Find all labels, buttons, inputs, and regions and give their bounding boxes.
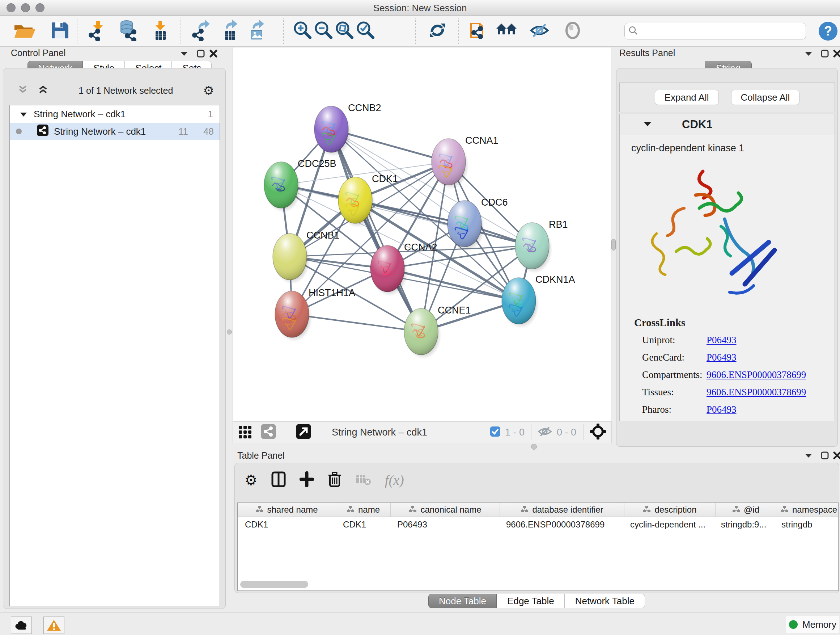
delete-column-trash-icon[interactable] xyxy=(328,471,341,489)
table-cell: cyclin-dependent ... xyxy=(623,519,714,530)
memory-button[interactable]: Memory xyxy=(786,616,839,633)
network-collection-row[interactable]: String Network – cdk1 1 xyxy=(10,105,219,123)
results-panel-menu-icon[interactable] xyxy=(805,51,813,58)
first-neighbors-button[interactable] xyxy=(496,20,519,42)
zoom-fit-button[interactable] xyxy=(333,20,356,42)
import-table-button[interactable] xyxy=(149,20,172,42)
detach-view-icon[interactable] xyxy=(295,424,311,441)
results-panel-float-icon[interactable] xyxy=(821,49,829,59)
search-box xyxy=(624,23,806,40)
function-builder-icon: f(x) xyxy=(385,472,404,488)
column-header-database-identifier[interactable]: database identifier xyxy=(500,503,624,516)
table-cell: stringdb:9... xyxy=(714,519,774,530)
cloud-button[interactable] xyxy=(11,616,32,634)
left-splitter-handle[interactable] xyxy=(227,329,232,334)
column-type-icon xyxy=(732,505,740,515)
selection-dot-icon xyxy=(16,126,22,137)
export-table-button[interactable] xyxy=(218,20,241,42)
column-type-icon xyxy=(256,505,264,515)
table-horizontal-scrollbar[interactable] xyxy=(240,581,308,588)
expand-all-networks-icon[interactable] xyxy=(38,85,49,96)
network-options-gear-icon[interactable]: ⚙ xyxy=(203,83,214,98)
node-RB1[interactable]: RB1 xyxy=(515,219,568,273)
collapse-all-networks-icon[interactable] xyxy=(17,85,28,96)
collapse-all-button[interactable]: Collapse All xyxy=(731,90,800,105)
node-CCNB2[interactable]: CCNB2 xyxy=(314,103,381,157)
crosslinks-title: CrossLinks xyxy=(634,317,835,329)
new-network-from-selection-button[interactable] xyxy=(467,20,490,42)
column-header-description[interactable]: description xyxy=(624,503,715,516)
tab-network-table[interactable]: Network Table xyxy=(565,594,645,608)
selected-checkbox-icon[interactable] xyxy=(490,426,501,439)
control-panel-menu-icon[interactable] xyxy=(180,51,188,58)
column-header-id[interactable]: @id xyxy=(715,503,776,516)
zoom-selected-button[interactable] xyxy=(355,20,377,42)
zoom-out-button[interactable] xyxy=(313,20,335,42)
node-CCNA1[interactable]: CCNA1 xyxy=(431,135,499,189)
zoom-in-button[interactable] xyxy=(292,20,314,42)
control-panel-close-icon[interactable] xyxy=(209,49,218,59)
warning-button[interactable] xyxy=(43,616,65,634)
bottom-splitter-handle[interactable] xyxy=(531,444,537,450)
node-CCNA2[interactable]: CCNA2 xyxy=(370,242,437,296)
table-cell: 9606.ENSP00000378699 xyxy=(499,519,623,530)
import-network-file-button[interactable] xyxy=(87,20,109,42)
network-view-icon[interactable] xyxy=(261,424,276,441)
table-settings-gear-icon[interactable]: ⚙ xyxy=(245,472,257,488)
crosslink-link[interactable]: 9606.ENSP00000378699 xyxy=(706,386,806,398)
tab-node-table[interactable]: Node Table xyxy=(428,594,497,608)
refresh-view-button[interactable] xyxy=(426,20,448,42)
table-panel-float-icon[interactable] xyxy=(821,451,829,461)
expand-all-button[interactable]: Expand All xyxy=(655,90,719,105)
network-graph[interactable]: CCNB2CCNA1CDC25BCDK1CDC6RB1CCNB1CCNA2CDK… xyxy=(233,48,611,422)
save-session-button[interactable] xyxy=(49,20,71,42)
node-CDC6[interactable]: CDC6 xyxy=(447,197,508,251)
export-network-button[interactable] xyxy=(191,20,213,42)
hidden-eye-icon[interactable] xyxy=(537,425,553,439)
export-image-button[interactable] xyxy=(245,20,268,42)
section-expander-icon[interactable] xyxy=(644,121,652,128)
control-panel-float-icon[interactable] xyxy=(196,49,205,59)
tree-expander-icon[interactable] xyxy=(20,109,27,120)
column-label: canonical name xyxy=(420,505,481,515)
grid-view-icon[interactable] xyxy=(238,424,253,440)
node-table[interactable]: shared namenamecanonical namedatabase id… xyxy=(237,502,838,591)
node-CDC25B[interactable]: CDC25B xyxy=(264,158,336,212)
search-input[interactable] xyxy=(641,26,806,36)
delete-table-icon xyxy=(355,473,371,487)
birdseye-icon[interactable] xyxy=(590,423,606,441)
edge-CCNB2-CCNE1[interactable] xyxy=(332,129,421,332)
search-icon xyxy=(628,26,638,36)
open-file-button[interactable] xyxy=(13,20,35,42)
hide-selection-button[interactable] xyxy=(528,20,551,42)
show-all-button[interactable] xyxy=(561,20,584,42)
node-HIST1H1A[interactable]: HIST1H1A xyxy=(275,287,355,342)
column-header-shared-name[interactable]: shared name xyxy=(238,503,336,516)
table-row[interactable]: CDK1CDK1P064939606.ENSP00000378699cyclin… xyxy=(238,517,838,532)
node-CCNB1[interactable]: CCNB1 xyxy=(273,230,340,284)
table-panel-menu-icon[interactable] xyxy=(805,453,813,460)
results-panel-close-icon[interactable] xyxy=(833,49,840,59)
help-button[interactable]: ? xyxy=(818,21,838,42)
node-CCNE1[interactable]: CCNE1 xyxy=(404,305,471,359)
column-type-icon xyxy=(643,505,651,515)
add-column-icon[interactable] xyxy=(300,471,314,489)
column-header-name[interactable]: name xyxy=(336,503,391,516)
import-network-database-button[interactable] xyxy=(117,20,139,42)
crosslink-link[interactable]: P06493 xyxy=(706,404,737,415)
right-splitter-handle[interactable] xyxy=(611,239,616,250)
network-row[interactable]: String Network – cdk1 11 48 xyxy=(10,123,219,140)
column-label: name xyxy=(358,505,380,515)
crosslink-label: Tissues: xyxy=(642,386,706,398)
column-header-namespace[interactable]: namespace xyxy=(776,503,838,516)
table-panel-close-icon[interactable] xyxy=(833,451,840,461)
node-CDKN1A[interactable]: CDKN1A xyxy=(502,274,575,328)
crosslink-link[interactable]: 9606.ENSP00000378699 xyxy=(706,369,806,380)
tab-edge-table[interactable]: Edge Table xyxy=(497,594,565,608)
column-header-canonical-name[interactable]: canonical name xyxy=(391,503,500,516)
crosslink-link[interactable]: P06493 xyxy=(706,352,737,363)
crosslink-link[interactable]: P06493 xyxy=(706,334,737,346)
network-canvas[interactable]: CCNB2CCNA1CDC25BCDK1CDC6RB1CCNB1CCNA2CDK… xyxy=(233,47,611,422)
show-columns-icon[interactable] xyxy=(271,471,286,489)
gene-section-header[interactable]: CDK1 xyxy=(619,114,835,135)
